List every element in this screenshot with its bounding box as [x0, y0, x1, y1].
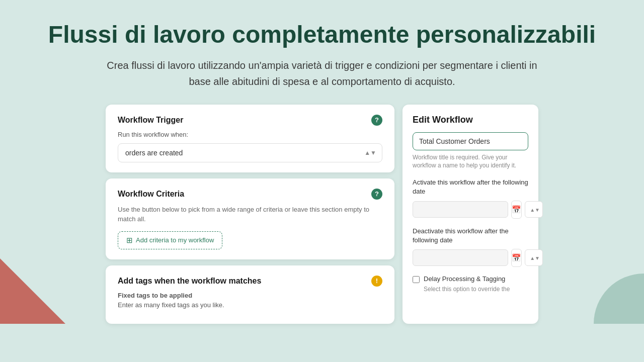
- edit-workflow-title: Edit Workflow: [413, 115, 528, 125]
- criteria-card-title: Workflow Criteria: [118, 190, 184, 199]
- deactivate-calendar-icon: 📅: [512, 253, 521, 262]
- deactivate-date-row: 📅 ▲▼: [413, 249, 528, 267]
- svg-point-1: [594, 274, 644, 324]
- workflow-name-helper: Workflow title is required. Give your wo…: [413, 153, 528, 170]
- criteria-help-icon[interactable]: ?: [371, 189, 382, 200]
- trigger-card-title: Workflow Trigger: [118, 116, 183, 125]
- deactivate-calendar-button[interactable]: 📅: [511, 249, 522, 267]
- svg-marker-0: [0, 258, 65, 324]
- trigger-select-wrapper: orders are created orders are updated cu…: [118, 143, 382, 162]
- add-criteria-label: Add criteria to my workflow: [136, 236, 214, 244]
- delay-checkbox-row: Delay Processing & Tagging: [413, 275, 528, 283]
- fixed-tags-desc: Enter as many fixed tags as you like.: [118, 301, 382, 309]
- delay-checkbox[interactable]: [413, 276, 420, 283]
- trigger-card: Workflow Trigger ? Run this workflow whe…: [106, 105, 394, 172]
- delay-desc: Select this option to override the: [424, 285, 528, 294]
- criteria-card-header: Workflow Criteria ?: [118, 189, 382, 200]
- trigger-card-label: Run this workflow when:: [118, 131, 382, 138]
- delay-label: Delay Processing & Tagging: [424, 275, 505, 283]
- deactivate-date-input[interactable]: [413, 249, 508, 266]
- workflow-name-input[interactable]: [413, 132, 528, 150]
- tags-card: Add tags when the workflow matches ! Fix…: [106, 265, 394, 324]
- activate-time-wrapper: ▲▼: [525, 201, 543, 218]
- hero-section: Flussi di lavoro completamente personali…: [0, 0, 644, 105]
- trigger-help-icon[interactable]: ?: [371, 115, 382, 126]
- hero-subtitle: Crea flussi di lavoro utilizzando un'amp…: [96, 57, 548, 89]
- criteria-add-icon: ⊞: [126, 236, 133, 245]
- tags-card-title: Add tags when the workflow matches: [118, 277, 261, 286]
- right-panel: Edit Workflow Workflow title is required…: [403, 105, 538, 324]
- activate-date-row: 📅 ▲▼: [413, 201, 528, 219]
- tags-warning-icon[interactable]: !: [371, 276, 382, 287]
- decorative-circle: [579, 258, 644, 324]
- decorative-triangle: [0, 258, 65, 324]
- fixed-tags-label: Fixed tags to be applied: [118, 292, 382, 299]
- deactivate-label: Deactivate this workflow after the follo…: [413, 227, 528, 245]
- add-criteria-button[interactable]: ⊞ Add criteria to my workflow: [118, 231, 222, 249]
- trigger-select[interactable]: orders are created orders are updated cu…: [118, 143, 382, 162]
- hero-title: Flussi di lavoro completamente personali…: [40, 20, 604, 49]
- criteria-card: Workflow Criteria ? Use the button below…: [106, 178, 394, 259]
- deactivate-time-input[interactable]: [525, 249, 543, 266]
- criteria-description: Use the button below to pick from a wide…: [118, 205, 382, 224]
- activate-time-input[interactable]: [525, 201, 543, 218]
- activate-label: Activate this workflow after the followi…: [413, 178, 528, 196]
- deactivate-time-wrapper: ▲▼: [525, 249, 543, 266]
- trigger-card-header: Workflow Trigger ?: [118, 115, 382, 126]
- tags-card-header: Add tags when the workflow matches !: [118, 276, 382, 287]
- activate-calendar-icon: 📅: [512, 205, 521, 214]
- activate-calendar-button[interactable]: 📅: [511, 201, 522, 219]
- activate-date-input[interactable]: [413, 201, 508, 218]
- main-container: Workflow Trigger ? Run this workflow whe…: [96, 105, 548, 324]
- left-panel: Workflow Trigger ? Run this workflow whe…: [106, 105, 394, 324]
